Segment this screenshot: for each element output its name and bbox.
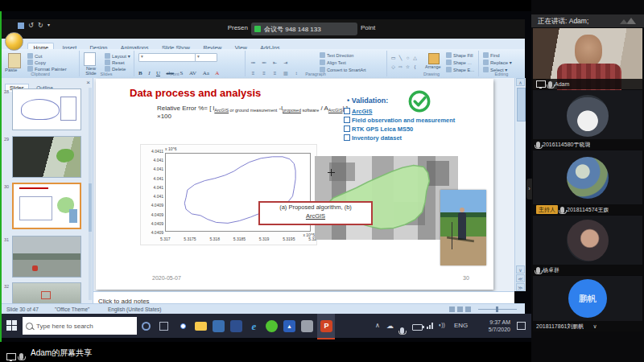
delete-button[interactable]: Delete	[105, 66, 126, 72]
mic-icon	[536, 142, 540, 148]
shape-outline-button[interactable]: Shape Outline	[446, 60, 475, 65]
photos-icon[interactable]: ▲	[283, 320, 295, 332]
format-painter-button[interactable]: Format Painter	[27, 66, 77, 72]
find-button[interactable]: Find	[483, 52, 500, 58]
video-tile[interactable]: 鹏帆 2018117861刘鹏帆 ∨	[533, 276, 642, 331]
paste-icon[interactable]	[8, 53, 21, 68]
notes-pane[interactable]: Click to add notes	[93, 291, 514, 304]
editing-group-label: Editing	[478, 72, 525, 76]
delete-icon	[105, 66, 110, 72]
powerpoint-titlebar: ↺ ↻ ▾ Presen 会议号 948 148 133 Point	[2, 19, 525, 39]
new-slide-icon[interactable]	[84, 52, 96, 66]
next-slide-icon[interactable]: ≫	[516, 283, 525, 291]
font-size-select[interactable]: ▾	[195, 53, 217, 62]
thumb-number: 31	[4, 237, 9, 242]
replace-button[interactable]: Replace ▾	[483, 60, 512, 65]
scrollbar-thumb[interactable]	[517, 88, 526, 121]
sidebar-collapse-handle[interactable]: ›	[526, 179, 532, 200]
view-sorter-button[interactable]	[457, 306, 463, 312]
app-icon-blue[interactable]	[213, 320, 225, 332]
start-button[interactable]	[6, 320, 18, 331]
internet-explorer-icon[interactable]: e	[248, 320, 260, 332]
participant-name: 2016114580于晓璐	[543, 139, 590, 150]
checkbox-icon[interactable]	[344, 108, 350, 114]
powerpoint-taskbar-button[interactable]: P	[317, 314, 335, 339]
slide-thumbnail[interactable]	[12, 88, 81, 130]
header-logo-icon	[620, 19, 628, 24]
scroll-up-icon[interactable]: ∧	[516, 78, 525, 86]
qat-dropdown-icon[interactable]: ▾	[47, 22, 50, 27]
validation-item: Inventory dataset	[344, 134, 402, 142]
mic-icon	[19, 348, 23, 362]
volume-icon[interactable]: ◖))	[438, 322, 445, 327]
reset-button[interactable]: Reset	[105, 60, 125, 65]
layout-button[interactable]: Layout ▾	[105, 53, 130, 59]
cut-button[interactable]: Cut	[27, 53, 42, 59]
slide-thumbnail[interactable]	[12, 136, 81, 178]
slide-thumbnail[interactable]	[12, 282, 81, 303]
drawing-group-label: Drawing	[386, 72, 477, 76]
app-icon-gray[interactable]	[301, 320, 313, 332]
language-indicator[interactable]: ENG	[454, 322, 468, 329]
shared-screen-region: ↺ ↻ ▾ Presen 会议号 948 148 133 Point Home …	[0, 11, 531, 342]
matlab-boundary-chart: x 10^6 4.04114.0414.0414.0414.0414.0414.…	[141, 145, 316, 245]
view-normal-button[interactable]	[449, 306, 455, 312]
video-tile[interactable]: 主持人 2018114574王媛	[533, 150, 642, 215]
ribbon: Paste Cut Copy Format Painter Clipboard …	[2, 49, 525, 78]
shape-circle-icon: ○	[404, 55, 411, 61]
task-view-icon[interactable]	[159, 322, 168, 331]
collapse-chevron-icon[interactable]: ∨	[592, 321, 597, 331]
meeting-floating-bar[interactable]: 会议号 948 148 133	[251, 23, 357, 35]
clock[interactable]: 9:37 AM 5/7/2020	[473, 319, 510, 333]
slide-thumbnail-selected[interactable]	[12, 183, 81, 229]
slide-canvas[interactable]: Data process and analysis Relative Error…	[96, 79, 493, 290]
slide-scrollbar[interactable]: ∧ ∨ ≪ ≫	[514, 78, 526, 291]
font-name-select[interactable]: ▾	[138, 53, 196, 62]
video-tile-adam[interactable]: Adam	[533, 28, 642, 89]
panel-scrollbar-thumb[interactable]	[89, 183, 92, 232]
shapes-gallery[interactable]: ▭╲○△ ◇⇨☆{	[390, 52, 425, 70]
onedrive-cloud-icon[interactable]: ☁	[386, 322, 394, 330]
cursor-icon	[328, 169, 335, 176]
network-icon[interactable]	[427, 323, 434, 329]
taskbar-search[interactable]: Type here to search	[23, 317, 137, 335]
scroll-down-icon[interactable]: ∨	[516, 265, 525, 274]
video-tile[interactable]: 2016114580于晓璐	[533, 90, 642, 150]
shape-fill-button[interactable]: Shape Fill	[446, 52, 475, 58]
share-banner-bar: Adam的屏幕共享	[0, 342, 531, 362]
video-tile[interactable]: 杨卓群	[533, 216, 642, 275]
office-button[interactable]	[5, 32, 23, 51]
conference-sidebar: 正在讲话: Adam; Adam 2016114580于晓璐	[531, 0, 644, 362]
copy-button[interactable]: Copy	[27, 60, 46, 65]
screen-share-icon	[536, 80, 546, 88]
previous-slide-icon[interactable]: ≪	[516, 274, 525, 282]
panel-scrollbar[interactable]	[89, 88, 92, 300]
tray-chevron-icon[interactable]: ∧	[375, 322, 380, 329]
arrange-icon[interactable]	[428, 53, 440, 64]
cortana-icon[interactable]	[142, 322, 151, 331]
slide-thumbnail[interactable]	[12, 236, 81, 278]
panel-close-icon[interactable]: ×	[86, 79, 90, 86]
mic-icon	[548, 81, 552, 88]
battery-icon[interactable]	[412, 324, 423, 331]
checkbox-icon[interactable]	[344, 134, 350, 141]
zoom-slider-knob[interactable]	[496, 306, 498, 312]
redo-icon[interactable]: ↻	[38, 22, 43, 29]
wechat-icon[interactable]	[266, 320, 278, 332]
font-color-button[interactable]: A	[215, 70, 219, 76]
save-icon[interactable]	[18, 23, 24, 29]
text-direction-button[interactable]: Text Direction	[320, 52, 384, 58]
file-explorer-icon[interactable]	[195, 322, 207, 331]
undo-icon[interactable]: ↺	[28, 22, 34, 29]
checkbox-icon[interactable]	[344, 125, 350, 132]
checkbox-icon[interactable]	[344, 117, 350, 123]
shape-rect-icon: ▭	[390, 55, 397, 61]
validation-item: ArcGIS	[344, 108, 372, 115]
arrange-button[interactable]: Arrange	[425, 64, 441, 69]
action-center-icon[interactable]	[517, 322, 526, 330]
powerpoint-icon: P	[320, 320, 332, 332]
app-icon-teams[interactable]	[230, 320, 242, 332]
tray-mic-icon[interactable]	[400, 323, 404, 337]
align-text-button[interactable]: Align Text	[320, 60, 384, 65]
view-slideshow-button[interactable]	[465, 306, 471, 312]
